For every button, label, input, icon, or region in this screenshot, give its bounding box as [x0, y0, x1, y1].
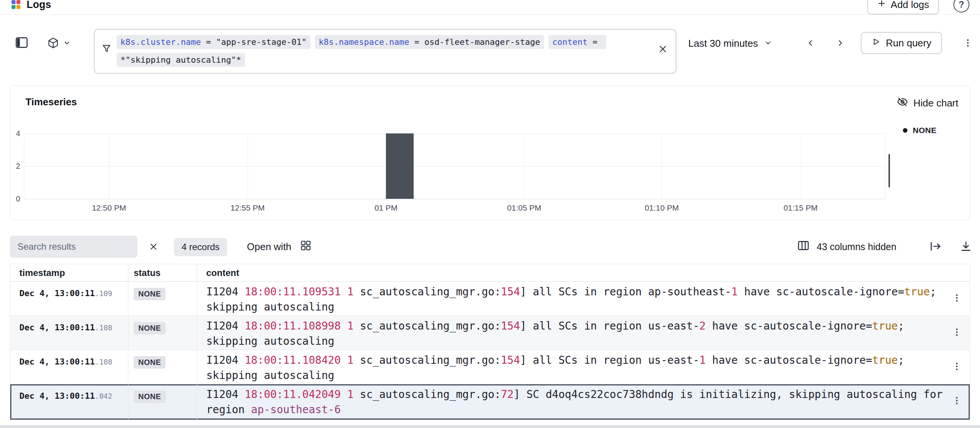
row-menu-button[interactable] — [950, 292, 964, 305]
x-axis-tick-label: 01 PM — [374, 203, 398, 212]
hide-chart-label: Hide chart — [913, 97, 959, 109]
help-button[interactable]: ? — [953, 0, 969, 13]
log-token: 1 — [347, 388, 354, 401]
chip-text: = — [409, 36, 425, 48]
columns-hidden-label: 43 columns hidden — [817, 241, 896, 252]
chevron-left-icon — [806, 38, 815, 49]
columns-hidden-button[interactable]: 43 columns hidden — [797, 236, 896, 258]
hide-chart-button[interactable]: Hide chart — [897, 95, 959, 111]
chart-bar[interactable] — [386, 133, 414, 199]
log-token: ] SC d4oq4cs22coc738hdndg is initializin… — [514, 388, 942, 401]
log-token: true — [872, 320, 897, 332]
query-menu-button[interactable] — [959, 34, 976, 53]
chart-scrollbar[interactable] — [888, 154, 890, 187]
horizontal-scrollbar[interactable] — [0, 425, 980, 428]
columns-icon — [797, 239, 810, 254]
timestamp-value: Dec 4, 13:00:11 — [19, 323, 95, 332]
log-token: have sc-autoscale-ignore= — [706, 320, 872, 332]
log-token: sc_autoscaling_mgr.go: — [354, 286, 501, 298]
log-token: ; — [930, 286, 936, 298]
dataset-selector-button[interactable] — [42, 34, 76, 53]
query-filter-chip[interactable]: content = — [549, 35, 606, 49]
log-token: 154 — [501, 354, 520, 366]
search-input[interactable] — [10, 236, 137, 258]
add-logs-button[interactable]: Add logs — [867, 0, 939, 14]
sidebar-toggle-button[interactable] — [14, 35, 30, 51]
chip-text: = — [201, 36, 216, 48]
log-row[interactable]: Dec 4, 13:00:11.108NONEI1204 18:00:11.10… — [10, 350, 970, 384]
content-cell: I1204 18:00:11.109531 1 sc_autoscaling_m… — [197, 282, 970, 316]
time-range-label: Last 30 minutes — [688, 38, 758, 50]
query-filter-chip[interactable]: *"skipping autoscaling"* — [117, 53, 245, 67]
column-header-content[interactable]: content — [197, 264, 970, 281]
log-token: 18:00:11.109531 — [245, 286, 341, 298]
query-filter-chip[interactable]: k8s.cluster.name = "app-sre-stage-01" — [117, 35, 310, 49]
column-header-timestamp[interactable]: timestamp — [10, 264, 128, 281]
status-cell: NONE — [128, 384, 197, 420]
chip-text: k8s.cluster.name — [121, 36, 201, 48]
app-header: Logs Add logs ? — [0, 0, 980, 15]
log-token: ] all SCs in region us-east- — [520, 354, 699, 366]
query-filter-chips: k8s.cluster.name = "app-sre-stage-01"k8s… — [117, 35, 648, 67]
kebab-icon — [952, 293, 962, 304]
log-token: sc_autoscaling_mgr.go: — [354, 320, 501, 332]
cube-icon — [47, 37, 59, 50]
kebab-icon — [952, 361, 962, 372]
log-line: I1204 18:00:11.108998 1 sc_autoscaling_m… — [206, 319, 943, 334]
log-token: 154 — [501, 320, 520, 332]
query-input[interactable]: k8s.cluster.name = "app-sre-stage-01"k8s… — [94, 29, 676, 74]
content-cell: I1204 18:00:11.108998 1 sc_autoscaling_m… — [197, 316, 970, 350]
chevron-right-icon — [836, 38, 845, 49]
x-axis-tick-label: 12:55 PM — [231, 203, 265, 212]
table-body: Dec 4, 13:00:11.109NONEI1204 18:00:11.10… — [10, 282, 970, 420]
time-next-button[interactable] — [831, 34, 850, 53]
column-header-status[interactable]: status — [128, 264, 197, 281]
timestamp-milliseconds: .042 — [95, 392, 113, 400]
log-table: timestamp status content Dec 4, 13:00:11… — [10, 264, 970, 420]
timestamp-value: Dec 4, 13:00:11 — [19, 357, 95, 366]
log-line: I1204 18:00:11.109531 1 sc_autoscaling_m… — [206, 284, 943, 300]
log-row[interactable]: Dec 4, 13:00:11.108NONEI1204 18:00:11.10… — [10, 316, 970, 350]
status-cell: NONE — [128, 316, 197, 350]
legend-dot-icon — [903, 128, 907, 133]
status-badge: NONE — [134, 288, 165, 300]
row-menu-button[interactable] — [950, 360, 964, 374]
log-line: region ap-southeast-6 — [206, 402, 943, 417]
chart-legend[interactable]: NONE — [903, 126, 937, 135]
x-axis-tick-label: 12:50 PM — [92, 203, 126, 212]
chevron-down-icon — [63, 39, 71, 48]
log-token — [341, 320, 347, 332]
row-menu-button[interactable] — [950, 326, 964, 339]
chart-gridline — [24, 166, 885, 166]
log-row[interactable]: Dec 4, 13:00:11.109NONEI1204 18:00:11.10… — [10, 282, 970, 316]
log-token: ; — [898, 320, 904, 332]
kebab-icon — [952, 327, 962, 338]
log-token: 2 — [699, 320, 706, 332]
chip-text: osd-fleet-manager-stage — [424, 36, 540, 48]
chart-gridline — [24, 133, 24, 199]
run-query-button[interactable]: Run query — [861, 32, 942, 54]
clear-search-button[interactable] — [145, 239, 162, 256]
log-token: 18:00:11.108998 — [245, 320, 341, 332]
download-button[interactable] — [957, 238, 975, 256]
row-menu-button[interactable] — [950, 394, 964, 408]
export-button[interactable] — [927, 238, 944, 256]
timestamp-value: Dec 4, 13:00:11 — [19, 391, 95, 401]
close-icon — [148, 242, 158, 253]
close-icon — [657, 44, 668, 56]
records-count-badge: 4 records — [174, 238, 227, 256]
log-token: sc_autoscaling_mgr.go: — [354, 354, 501, 366]
timestamp-value: Dec 4, 13:00:11 — [19, 289, 95, 298]
log-line: I1204 18:00:11.108420 1 sc_autoscaling_m… — [206, 353, 943, 368]
open-with-button[interactable]: Open with — [247, 236, 312, 258]
log-row[interactable]: Dec 4, 13:00:11.042NONEI1204 18:00:11.04… — [10, 384, 970, 420]
chip-text: *"skipping autoscaling"* — [121, 54, 241, 66]
clear-query-button[interactable] — [655, 42, 670, 57]
time-prev-button[interactable] — [802, 34, 820, 53]
run-query-label: Run query — [886, 37, 931, 49]
timeseries-plot[interactable]: 02412:50 PM12:55 PM01 PM01:05 PM01:10 PM… — [24, 128, 885, 199]
chart-title: Timeseries — [25, 96, 77, 108]
header-divider — [0, 14, 980, 15]
query-filter-chip[interactable]: k8s.namespace.name = osd-fleet-manager-s… — [315, 35, 544, 49]
time-range-button[interactable]: Last 30 minutes — [684, 34, 776, 53]
